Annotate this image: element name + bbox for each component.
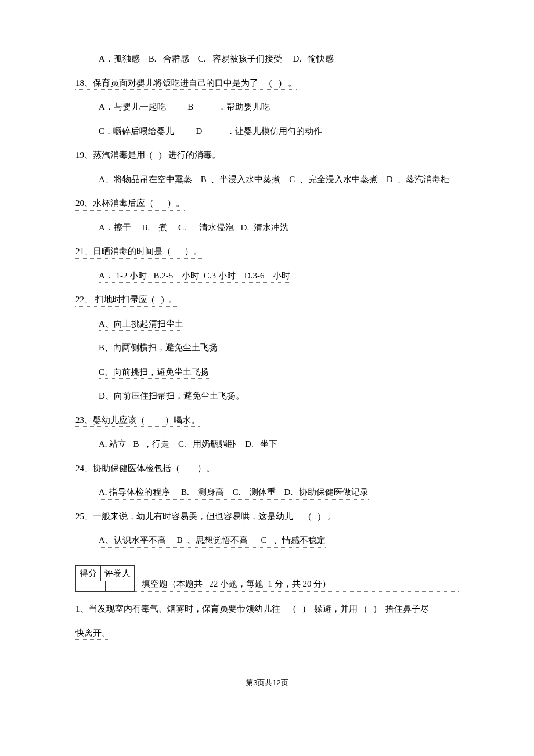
page-footer: 第3页共12页	[75, 677, 459, 689]
q21-options: A． 1-2 小时 B.2-5 小时 C.3 小时 D.3-6 小时	[99, 269, 290, 283]
q19-stem: 19、蒸汽消毒是用 ( ) 进行的消毒。	[75, 149, 221, 162]
q24-options: A. 指导体检的程序 B. 测身高 C. 测体重 D. 协助保健医做记录	[99, 486, 369, 500]
grader-label: 评卷人	[101, 565, 135, 582]
score-label: 得分	[75, 565, 101, 582]
score-value-cell	[75, 581, 106, 592]
q22-option-d: D、向前压住扫帚扫，避免尘土飞扬。	[99, 389, 244, 403]
q25-options: A、认识水平不高 B 、思想觉悟不高 C 、情感不稳定	[99, 534, 326, 548]
q18-options-row1: A．与婴儿一起吃 B ．帮助婴儿吃	[99, 100, 270, 114]
score-box: 得分 评卷人	[75, 565, 135, 592]
q25-stem: 25、一般来说，幼儿有时容易哭，但也容易哄，这是幼儿 ( ) 。	[75, 510, 336, 524]
s2-q1-line1: 1、当发现室内有毒气、烟雾时，保育员要带领幼儿往 ( ) 躲避，并用 ( ) 捂…	[75, 602, 429, 616]
q22-option-b: B、向两侧横扫，避免尘土飞扬	[99, 341, 218, 355]
q22-option-c: C、向前挑扫，避免尘土飞扬	[99, 366, 209, 379]
section-title: 填空题（本题共 22 小题，每题 1 分，共 20 分）	[135, 577, 459, 592]
q23-options: A. 站立 B ，行走 C. 用奶瓶躺卧 D. 坐下	[99, 437, 277, 451]
q17-options: A．孤独感 B. 合群感 C. 容易被孩子们接受 D. 愉快感	[99, 52, 334, 66]
q22-stem: 22、 扫地时扫帚应 ( ) 。	[75, 293, 177, 307]
q22-option-a: A、向上挑起清扫尘土	[99, 317, 183, 331]
q24-stem: 24、协助保健医体检包括（ ）。	[75, 462, 215, 476]
q18-options-row2: C．嚼碎后喂给婴儿 D ．让婴儿模仿用勺的动作	[99, 125, 322, 139]
q23-stem: 23、婴幼儿应该（ ）喝水。	[75, 414, 200, 428]
s2-q1-line2: 快离开。	[75, 627, 110, 641]
q20-options: A．擦干 B. 煮 C. 清水侵泡 D. 清水冲洗	[99, 221, 288, 235]
q18-stem: 18、保育员面对婴儿将饭吃进自己的口中是为了 ( ) 。	[75, 77, 297, 91]
grader-value-cell	[106, 581, 135, 592]
q20-stem: 20、水杯消毒后应（ ）。	[75, 197, 185, 211]
q21-stem: 21、日晒消毒的时间是（ ）。	[75, 245, 202, 259]
q19-options: A、将物品吊在空中熏蒸 B 、半浸入水中蒸煮 C 、完全浸入水中蒸煮 D 、蒸汽…	[99, 173, 449, 187]
section-header-row: 得分 评卷人 填空题（本题共 22 小题，每题 1 分，共 20 分）	[75, 565, 459, 592]
